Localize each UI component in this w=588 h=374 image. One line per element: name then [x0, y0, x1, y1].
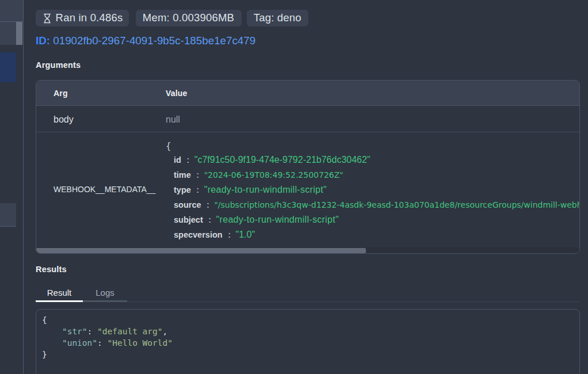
- object-entry-time: time:"2024-06-19T08:49:52.2500726Z": [166, 167, 579, 182]
- code-token-indent: [42, 338, 62, 348]
- horizontal-scrollbar-thumb[interactable]: [36, 248, 366, 254]
- tag-badge: Tag: deno: [247, 10, 308, 26]
- run-id-value[interactable]: 01902fb0-2967-4091-9b5c-185be1e7c479: [53, 35, 255, 47]
- result-json-panel: { "str": "default arg", "union": "Hello …: [36, 309, 580, 374]
- run-detail-panel: Ran in 0.486s Mem: 0.003906MB Tag: deno …: [24, 0, 588, 374]
- tag-badge-label: Tag: deno: [254, 12, 301, 24]
- colon: :: [228, 230, 231, 239]
- arg-name-cell: WEBHOOK__METADATA__: [36, 185, 166, 194]
- arg-column-header: Arg: [36, 89, 166, 98]
- colon: :: [196, 170, 199, 180]
- memory-badge-label: Mem: 0.003906MB: [143, 12, 234, 24]
- colon: :: [207, 200, 209, 209]
- object-viewer: { id:"c7f91c50-9f19-474e-9792-21b76dc304…: [166, 132, 579, 246]
- code-token-string: "default arg": [97, 327, 163, 336]
- object-key[interactable]: time: [174, 170, 191, 180]
- arg-name-cell: body: [36, 115, 166, 125]
- object-value[interactable]: "c7f91c50-9f19-474e-9792-21b76dc30462": [194, 155, 371, 165]
- object-entry-source: source:"/subscriptions/h3c3qw-d1232-4asd…: [166, 197, 579, 212]
- duration-badge-label: Ran in 0.486s: [56, 12, 123, 24]
- object-key[interactable]: subject: [174, 215, 203, 224]
- object-key[interactable]: specversion: [174, 230, 223, 239]
- tab-logs[interactable]: Logs: [83, 279, 127, 302]
- object-entry-subject: subject:"ready-to-run-windmill-script": [166, 212, 579, 227]
- code-token-key: "union": [62, 338, 97, 348]
- results-tabs: Result Logs: [36, 279, 580, 302]
- arg-value-cell: null: [166, 115, 579, 125]
- object-value[interactable]: "ready-to-run-windmill-script": [216, 215, 339, 224]
- code-token-punct: {: [42, 315, 47, 325]
- runs-list-row[interactable]: [0, 22, 16, 45]
- run-id-label: ID:: [36, 35, 50, 47]
- code-token-punct: }: [42, 350, 47, 359]
- arguments-heading: Arguments: [36, 59, 580, 71]
- object-entry-specversion: specversion:"1.0": [166, 227, 579, 242]
- memory-badge: Mem: 0.003906MB: [136, 10, 242, 26]
- object-value[interactable]: "/subscriptions/h3c3qw-d1232-4asdk-9easd…: [214, 200, 580, 209]
- arguments-table-header: Arg Value: [36, 81, 579, 106]
- object-value[interactable]: "ready-to-run-windmill-script": [204, 185, 327, 194]
- duration-badge: Ran in 0.486s: [36, 10, 129, 26]
- runs-list-row[interactable]: [0, 203, 16, 227]
- run-id-line: ID: 01902fb0-2967-4091-9b5c-185be1e7c479: [36, 34, 580, 48]
- selected-run-row[interactable]: [0, 52, 16, 83]
- run-stat-badges: Ran in 0.486s Mem: 0.003906MB Tag: deno: [36, 10, 580, 26]
- vertical-scrollbar-thumb[interactable]: [16, 22, 22, 45]
- table-row-body: body null: [36, 106, 579, 132]
- result-json-code: { "str": "default arg", "union": "Hello …: [42, 314, 574, 360]
- value-column-header: Value: [166, 89, 579, 98]
- code-token-string: "Hello World": [108, 338, 173, 348]
- code-token-indent: [42, 327, 62, 336]
- object-key[interactable]: type: [174, 185, 191, 194]
- runs-list-header: [0, 0, 23, 22]
- code-token-key: "str": [62, 327, 87, 336]
- results-heading: Results: [36, 263, 580, 276]
- table-row-webhook-metadata: WEBHOOK__METADATA__ { id:"c7f91c50-9f19-…: [36, 132, 579, 246]
- object-key[interactable]: id: [174, 155, 181, 165]
- runs-list-panel: [0, 0, 24, 374]
- code-token-colon: :: [97, 338, 107, 348]
- object-entry-type: type:"ready-to-run-windmill-script": [166, 182, 579, 197]
- arguments-table: Arg Value body null WEBHOOK__METADATA__ …: [36, 80, 580, 254]
- open-brace: {: [166, 140, 579, 152]
- object-value[interactable]: "1.0": [235, 230, 255, 239]
- object-entry-id: id:"c7f91c50-9f19-474e-9792-21b76dc30462…: [166, 152, 579, 167]
- code-token-colon: :: [87, 327, 97, 336]
- object-key[interactable]: source: [174, 200, 201, 209]
- tab-result[interactable]: Result: [36, 279, 83, 302]
- object-value[interactable]: "2024-06-19T08:49:52.2500726Z": [204, 170, 343, 180]
- code-token-comma: ,: [163, 327, 168, 336]
- horizontal-scrollbar: [36, 247, 579, 253]
- colon: :: [208, 215, 211, 224]
- colon: :: [186, 155, 189, 165]
- colon: :: [196, 185, 199, 194]
- hourglass-icon: [42, 13, 52, 24]
